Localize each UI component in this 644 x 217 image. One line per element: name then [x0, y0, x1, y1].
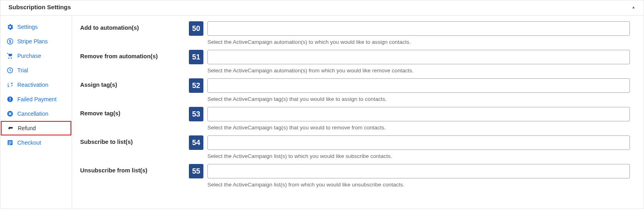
- field-label: Subscribe to list(s): [80, 135, 189, 145]
- panel-body: Settings $ Stripe Plans Purchase Trial: [0, 16, 644, 209]
- sidebar-item-label: Cancellation: [17, 111, 48, 117]
- field-remove-from-automation: Remove from automation(s) 51 Select the …: [80, 50, 630, 74]
- automation-remove-select[interactable]: [207, 50, 630, 64]
- field-remove-tag: Remove tag(s) 53 Select the ActiveCampai…: [80, 107, 630, 131]
- field-subscribe-list: Subscribe to list(s) 54 Select the Activ…: [80, 135, 630, 159]
- svg-rect-10: [8, 144, 10, 145]
- field-unsubscribe-list: Unsubscribe from list(s) 55 Select the A…: [80, 164, 630, 188]
- sidebar-item-label: Purchase: [17, 53, 41, 59]
- step-badge: 52: [189, 78, 203, 93]
- panel-header: Subscription Settings ▲: [0, 0, 644, 16]
- step-badge: 50: [189, 21, 203, 36]
- collapse-icon[interactable]: ▲: [632, 5, 636, 9]
- field-help: Select the ActiveCampaign list(s) from w…: [207, 182, 630, 188]
- field-help: Select the ActiveCampaign automation(s) …: [207, 68, 630, 74]
- step-badge: 55: [189, 164, 203, 178]
- gear-icon: [7, 24, 13, 30]
- sidebar: Settings $ Stripe Plans Purchase Trial: [0, 16, 72, 209]
- list-unsubscribe-select[interactable]: [207, 164, 630, 178]
- svg-rect-4: [10, 98, 10, 100]
- sidebar-item-label: Settings: [17, 24, 38, 30]
- field-help: Select the ActiveCampaign list(s) to whi…: [207, 153, 630, 159]
- sidebar-item-checkout[interactable]: Checkout: [0, 135, 72, 150]
- clock-icon: [7, 67, 13, 74]
- sidebar-item-label: Stripe Plans: [17, 38, 48, 45]
- field-help: Select the ActiveCampaign automation(s) …: [207, 39, 630, 45]
- field-label: Remove tag(s): [80, 107, 189, 117]
- field-help: Select the ActiveCampaign tag(s) that yo…: [207, 125, 630, 131]
- subscription-settings-panel: Subscription Settings ▲ Settings $ Strip…: [0, 0, 644, 209]
- field-add-to-automation: Add to automation(s) 50 Select the Activ…: [80, 21, 630, 45]
- sidebar-item-label: Failed Payment: [17, 96, 56, 102]
- main-content: Add to automation(s) 50 Select the Activ…: [72, 16, 644, 209]
- sidebar-item-failed-payment[interactable]: Failed Payment: [0, 92, 72, 106]
- sidebar-item-stripe-plans[interactable]: $ Stripe Plans: [0, 34, 72, 49]
- sidebar-item-label: Checkout: [17, 139, 41, 146]
- list-icon: [7, 139, 13, 146]
- sidebar-item-cancellation[interactable]: Cancellation: [0, 106, 72, 121]
- sidebar-item-label: Refund: [18, 125, 36, 131]
- svg-rect-5: [10, 100, 10, 101]
- svg-rect-9: [8, 143, 12, 143]
- dollar-icon: $: [7, 38, 13, 45]
- svg-rect-8: [8, 141, 12, 142]
- step-badge: 53: [189, 107, 203, 121]
- field-label: Remove from automation(s): [80, 50, 189, 59]
- field-label: Unsubscribe from list(s): [80, 164, 189, 174]
- return-icon: [7, 125, 14, 131]
- svg-text:$: $: [9, 39, 11, 44]
- field-label: Add to automation(s): [80, 21, 189, 31]
- list-subscribe-select[interactable]: [207, 135, 630, 150]
- field-assign-tag: Assign tag(s) 52 Select the ActiveCampai…: [80, 78, 630, 102]
- sidebar-item-settings[interactable]: Settings: [0, 20, 72, 34]
- alert-icon: [7, 96, 13, 102]
- tag-assign-select[interactable]: [207, 78, 630, 93]
- sidebar-item-refund[interactable]: Refund: [1, 121, 71, 135]
- sidebar-item-label: Trial: [17, 67, 28, 74]
- field-label: Assign tag(s): [80, 78, 189, 88]
- tag-remove-select[interactable]: [207, 107, 630, 121]
- sidebar-item-purchase[interactable]: Purchase: [0, 49, 72, 63]
- step-badge: 51: [189, 50, 203, 64]
- refresh-icon: [7, 82, 13, 88]
- step-badge: 54: [189, 135, 203, 150]
- sidebar-item-trial[interactable]: Trial: [0, 63, 72, 78]
- close-circle-icon: [7, 111, 13, 117]
- cart-icon: [7, 53, 13, 59]
- sidebar-item-label: Reactivation: [17, 82, 48, 88]
- field-help: Select the ActiveCampaign tag(s) that yo…: [207, 96, 630, 102]
- sidebar-item-reactivation[interactable]: Reactivation: [0, 78, 72, 92]
- panel-title: Subscription Settings: [8, 4, 71, 10]
- automation-add-select[interactable]: [207, 21, 630, 36]
